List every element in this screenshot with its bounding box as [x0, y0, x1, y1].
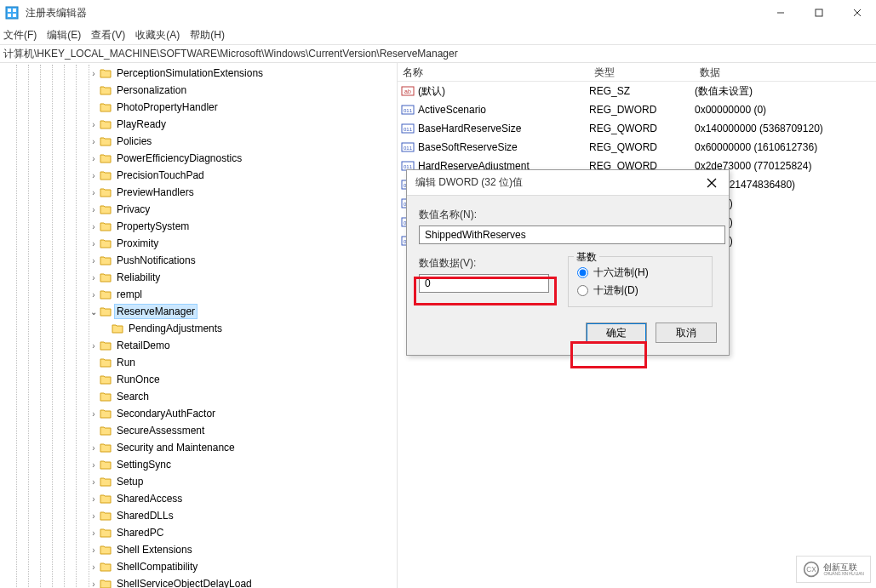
folder-icon — [100, 528, 112, 538]
value-data: 0x60000000 (1610612736) — [695, 141, 876, 153]
tree-item-label: ShellCompatibility — [115, 560, 199, 574]
tree-item[interactable]: ›Policies — [0, 133, 397, 150]
svg-text:ab: ab — [404, 88, 411, 94]
chevron-right-icon[interactable]: › — [89, 239, 99, 248]
tree-item[interactable]: ›PropertySystem — [0, 218, 397, 235]
tree-item[interactable]: Run — [0, 354, 397, 371]
tree-item[interactable]: ›Privacy — [0, 201, 397, 218]
tree-item[interactable]: ⌄ReserveManager — [0, 303, 397, 320]
value-name: BaseSoftReserveSize — [418, 141, 589, 153]
svg-rect-1 — [8, 9, 11, 12]
chevron-down-icon[interactable]: ⌄ — [89, 307, 99, 317]
chevron-right-icon[interactable]: › — [89, 222, 99, 231]
menu-file[interactable]: 文件(F) — [3, 28, 37, 43]
col-name[interactable]: 名称 — [398, 63, 589, 81]
chevron-right-icon[interactable]: › — [89, 562, 99, 572]
menu-view[interactable]: 查看(V) — [91, 28, 125, 43]
tree-item[interactable]: ›PrecisionTouchPad — [0, 167, 397, 184]
tree-item[interactable]: ›ShellCompatibility — [0, 558, 397, 575]
tree-item[interactable]: ›Security and Maintenance — [0, 439, 397, 456]
folder-icon — [100, 511, 112, 521]
chevron-right-icon[interactable]: › — [89, 154, 99, 163]
tree-item[interactable]: ›Shell Extensions — [0, 541, 397, 558]
tree-item[interactable]: SecureAssessment — [0, 422, 397, 439]
chevron-right-icon[interactable]: › — [89, 273, 99, 283]
tree-item[interactable]: ›Reliability — [0, 269, 397, 286]
chevron-right-icon[interactable]: › — [89, 494, 99, 504]
chevron-right-icon[interactable]: › — [89, 205, 99, 214]
dialog-titlebar[interactable]: 编辑 DWORD (32 位)值 — [407, 170, 729, 196]
tree-item[interactable]: ›SharedPC — [0, 524, 397, 541]
menubar: 文件(F) 编辑(E) 查看(V) 收藏夹(A) 帮助(H) — [0, 26, 876, 44]
list-row[interactable]: 011BaseHardReserveSizeREG_QWORD0x1400000… — [398, 119, 876, 138]
tree-item[interactable]: ›SettingSync — [0, 456, 397, 473]
value-data: (数值未设置) — [695, 84, 876, 99]
folder-icon — [100, 442, 112, 453]
chevron-right-icon[interactable]: › — [89, 409, 99, 419]
list-row[interactable]: 011ActiveScenarioREG_DWORD0x00000000 (0) — [398, 100, 876, 119]
maximize-button[interactable] — [799, 0, 838, 26]
tree-item-label: RetailDemo — [115, 339, 172, 352]
cancel-button[interactable]: 取消 — [656, 323, 717, 343]
minimize-button[interactable] — [761, 0, 799, 26]
string-value-icon: ab — [401, 84, 415, 98]
close-button[interactable] — [838, 0, 876, 26]
tree-panel[interactable]: ›PerceptionSimulationExtensionsPersonali… — [0, 63, 398, 588]
col-type[interactable]: 类型 — [589, 63, 695, 81]
tree-item[interactable]: ›PreviewHandlers — [0, 184, 397, 201]
tree-item[interactable]: ›SecondaryAuthFactor — [0, 405, 397, 422]
tree-item-label: SharedPC — [115, 526, 165, 539]
col-data[interactable]: 数据 — [695, 63, 876, 81]
chevron-right-icon[interactable]: › — [89, 120, 99, 129]
chevron-right-icon[interactable]: › — [89, 511, 99, 521]
base-legend: 基数 — [574, 250, 599, 265]
chevron-right-icon[interactable]: › — [89, 341, 99, 351]
tree-item[interactable]: ›SharedAccess — [0, 490, 397, 507]
tree-item[interactable]: ›ShellServiceObjectDelayLoad — [0, 575, 397, 588]
dialog-title: 编辑 DWORD (32 位)值 — [415, 175, 695, 190]
chevron-right-icon[interactable]: › — [89, 545, 99, 555]
tree-item[interactable]: ›PowerEfficiencyDiagnostics — [0, 150, 397, 167]
list-row[interactable]: 011BaseSoftReserveSizeREG_QWORD0x6000000… — [398, 138, 876, 157]
tree-item[interactable]: ›SharedDLLs — [0, 507, 397, 524]
radio-dec[interactable] — [577, 285, 588, 296]
value-name-input[interactable] — [419, 225, 725, 244]
tree-item-label: Setup — [115, 475, 145, 488]
chevron-right-icon[interactable]: › — [89, 290, 99, 300]
tree-item[interactable]: PhotoPropertyHandler — [0, 99, 397, 116]
menu-favorites[interactable]: 收藏夹(A) — [135, 28, 180, 43]
chevron-right-icon[interactable]: › — [89, 443, 99, 453]
ok-button[interactable]: 确定 — [586, 323, 647, 343]
tree-item-label: PowerEfficiencyDiagnostics — [115, 151, 243, 165]
value-data: 0x00000000 (0) — [695, 104, 876, 116]
chevron-right-icon[interactable]: › — [89, 477, 99, 487]
window-controls — [761, 0, 876, 26]
tree-item[interactable]: Search — [0, 388, 397, 405]
tree-item[interactable]: ›rempl — [0, 286, 397, 303]
chevron-right-icon[interactable]: › — [89, 188, 99, 197]
tree-item[interactable]: ›PushNotifications — [0, 252, 397, 269]
tree-item[interactable]: ›RetailDemo — [0, 337, 397, 354]
menu-edit[interactable]: 编辑(E) — [47, 28, 81, 43]
menu-help[interactable]: 帮助(H) — [190, 28, 225, 43]
tree-item[interactable]: Personalization — [0, 82, 397, 99]
tree-item[interactable]: ›PlayReady — [0, 116, 397, 133]
tree-item[interactable]: ›Proximity — [0, 235, 397, 252]
value-data-input[interactable] — [419, 274, 549, 293]
chevron-right-icon[interactable]: › — [89, 579, 99, 589]
chevron-right-icon[interactable]: › — [89, 171, 99, 180]
tree-item[interactable]: ›Setup — [0, 473, 397, 490]
tree-item[interactable]: ›PerceptionSimulationExtensions — [0, 65, 397, 82]
address-bar[interactable]: 计算机\HKEY_LOCAL_MACHINE\SOFTWARE\Microsof… — [0, 44, 876, 63]
dialog-close-button[interactable] — [695, 170, 729, 196]
chevron-right-icon[interactable]: › — [89, 256, 99, 265]
chevron-right-icon[interactable]: › — [89, 69, 99, 78]
radio-hex[interactable] — [577, 267, 588, 278]
list-row[interactable]: ab(默认)REG_SZ(数值未设置) — [398, 82, 876, 100]
folder-icon — [100, 562, 112, 572]
tree-item[interactable]: PendingAdjustments — [0, 320, 397, 337]
chevron-right-icon[interactable]: › — [89, 137, 99, 146]
chevron-right-icon[interactable]: › — [89, 460, 99, 470]
tree-item[interactable]: RunOnce — [0, 371, 397, 388]
chevron-right-icon[interactable]: › — [89, 528, 99, 538]
